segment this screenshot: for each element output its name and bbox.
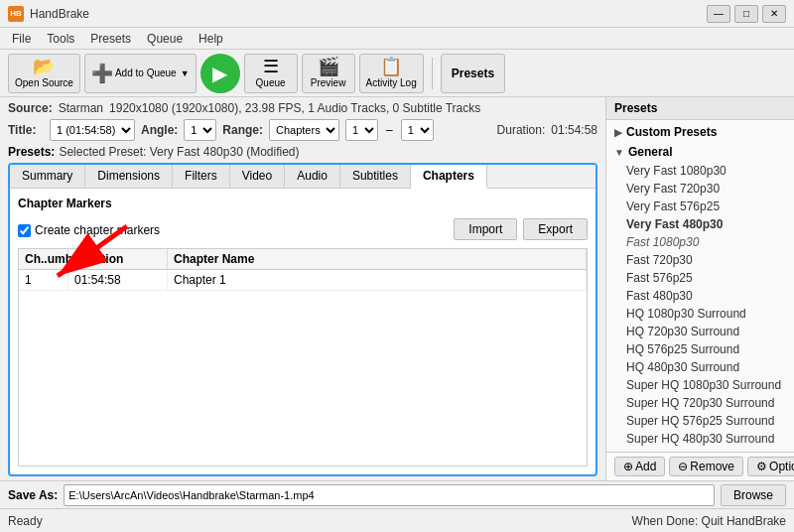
preview-button[interactable]: 🎬 Preview	[302, 54, 355, 93]
col-header-duration: Duration	[68, 249, 168, 269]
add-preset-label: Add	[635, 460, 656, 473]
app-title: HandBrake	[30, 7, 707, 21]
source-label: Source:	[8, 101, 53, 115]
create-chapter-markers-checkbox[interactable]	[18, 224, 31, 237]
options-icon: ⚙	[756, 460, 767, 473]
table-header: Ch..umber Duration Chapter Name	[19, 249, 587, 270]
preset-hq-576p25-surround[interactable]: HQ 576p25 Surround	[606, 340, 794, 358]
export-button[interactable]: Export	[523, 218, 588, 240]
tab-panel: Summary Dimensions Filters Video Audio S…	[8, 163, 597, 476]
general-presets-arrow: ▼	[614, 147, 624, 158]
presets-button[interactable]: Presets	[441, 54, 505, 93]
preview-label: Preview	[311, 77, 346, 88]
tab-chapters[interactable]: Chapters	[411, 165, 487, 189]
preset-hq-720p30-surround[interactable]: HQ 720p30 Surround	[606, 323, 794, 340]
options-preset-label: Options	[769, 460, 794, 473]
menu-queue[interactable]: Queue	[139, 30, 191, 48]
menu-help[interactable]: Help	[191, 30, 231, 48]
source-info: 1920x1080 (1920x1080), 23.98 FPS, 1 Audi…	[109, 101, 480, 115]
activity-log-label: Activity Log	[366, 77, 417, 88]
preset-group-custom-header[interactable]: ▶ Custom Presets	[606, 122, 794, 142]
preset-very-fast-480p30[interactable]: Very Fast 480p30	[606, 215, 794, 233]
maximize-button[interactable]: □	[734, 5, 758, 23]
preset-fast-576p25[interactable]: Fast 576p25	[606, 269, 794, 287]
angle-label: Angle:	[141, 123, 178, 137]
app-icon: HB	[8, 6, 24, 22]
tab-subtitles[interactable]: Subtitles	[340, 165, 411, 188]
remove-preset-label: Remove	[690, 460, 734, 473]
queue-button[interactable]: ☰ Queue	[244, 54, 298, 93]
tab-audio[interactable]: Audio	[285, 165, 340, 188]
queue-icon: ☰	[263, 58, 279, 75]
open-source-button[interactable]: 📂 Open Source	[8, 54, 80, 93]
title-label: Title:	[8, 123, 44, 137]
cell-name[interactable]	[168, 270, 587, 291]
preset-very-fast-1080p30[interactable]: Very Fast 1080p30	[606, 162, 794, 180]
angle-select[interactable]: 1	[184, 119, 216, 141]
tab-video[interactable]: Video	[230, 165, 285, 188]
chapter-markers-checkbox-row: Create chapter markers	[18, 223, 160, 237]
range-end-select[interactable]: 1	[401, 119, 434, 141]
window-controls: — □ ✕	[707, 5, 786, 23]
preset-fast-480p30[interactable]: Fast 480p30	[606, 287, 794, 305]
range-start-select[interactable]: 1	[345, 119, 378, 141]
presets-row-label: Presets:	[8, 145, 55, 159]
preset-superhq-576p25-surround[interactable]: Super HQ 576p25 Surround	[606, 412, 794, 430]
chapters-content-wrapper: Chapter Markers Create chapter markers I…	[18, 197, 588, 466]
add-preset-button[interactable]: ⊕ Add	[614, 457, 665, 476]
tab-bar: Summary Dimensions Filters Video Audio S…	[10, 165, 596, 189]
selected-preset-value: Selected Preset: Very Fast 480p30 (Modif…	[59, 145, 299, 159]
preset-very-fast-720p30[interactable]: Very Fast 720p30	[606, 180, 794, 198]
saveas-bar: Save As: Browse	[0, 480, 794, 508]
preset-superhq-720p30-surround[interactable]: Super HQ 720p30 Surround	[606, 394, 794, 412]
preset-very-fast-576p25[interactable]: Very Fast 576p25	[606, 198, 794, 215]
title-row: Title: 1 (01:54:58) Angle: 1 Range: Chap…	[8, 119, 597, 141]
remove-preset-button[interactable]: ⊖ Remove	[669, 457, 743, 476]
left-content: Source: Starman 1920x1080 (1920x1080), 2…	[0, 97, 605, 480]
cell-duration: 01:54:58	[68, 270, 168, 291]
add-to-queue-dropdown-arrow[interactable]: ▼	[181, 68, 190, 78]
preset-hq-480p30-surround[interactable]: HQ 480p30 Surround	[606, 358, 794, 376]
range-label: Range:	[222, 123, 263, 137]
activity-log-icon: 📋	[380, 58, 402, 75]
tab-filters[interactable]: Filters	[173, 165, 230, 188]
minimize-button[interactable]: —	[707, 5, 730, 23]
preset-group-custom: ▶ Custom Presets	[606, 122, 794, 142]
source-value: Starman	[59, 101, 103, 115]
open-source-icon: 📂	[33, 58, 55, 75]
preset-superhq-1080p30-surround[interactable]: Super HQ 1080p30 Surround	[606, 376, 794, 394]
queue-label: Queue	[256, 77, 286, 88]
browse-button[interactable]: Browse	[721, 484, 786, 506]
table-row: 1 01:54:58	[19, 270, 587, 291]
add-icon: ⊕	[623, 460, 633, 473]
start-encode-button[interactable]: ▶	[200, 54, 240, 93]
title-select[interactable]: 1 (01:54:58)	[50, 119, 135, 141]
open-source-label: Open Source	[15, 77, 73, 88]
preset-fast-720p30[interactable]: Fast 720p30	[606, 251, 794, 269]
preset-fast-1080p30[interactable]: Fast 1080p30	[606, 233, 794, 251]
activity-log-button[interactable]: 📋 Activity Log	[359, 54, 424, 93]
options-preset-button[interactable]: ⚙ Options	[747, 457, 794, 476]
menu-presets[interactable]: Presets	[82, 30, 139, 48]
tab-summary[interactable]: Summary	[10, 165, 85, 188]
preset-group-general-header[interactable]: ▼ General	[606, 142, 794, 162]
saveas-input[interactable]	[64, 484, 715, 506]
col-header-number: Ch..umber	[19, 249, 68, 269]
preset-hq-1080p30-surround[interactable]: HQ 1080p30 Surround	[606, 305, 794, 323]
when-done-label: When Done:	[632, 514, 699, 528]
menu-file[interactable]: File	[4, 30, 39, 48]
close-button[interactable]: ✕	[762, 5, 786, 23]
add-to-queue-button[interactable]: ➕ Add to Queue ▼	[84, 54, 197, 93]
chapter-name-input[interactable]	[174, 273, 580, 287]
col-header-name: Chapter Name	[168, 249, 587, 269]
import-button[interactable]: Import	[454, 218, 517, 240]
sidebar-header: Presets	[606, 97, 794, 120]
preset-superhq-480p30-surround[interactable]: Super HQ 480p30 Surround	[606, 430, 794, 448]
custom-presets-label: Custom Presets	[626, 125, 717, 139]
tab-dimensions[interactable]: Dimensions	[85, 165, 173, 188]
tab-content-chapters: Chapter Markers Create chapter markers I…	[10, 189, 596, 474]
statusbar: Ready When Done: Quit HandBrake	[0, 508, 794, 532]
menu-tools[interactable]: Tools	[39, 30, 82, 48]
range-type-select[interactable]: Chapters	[269, 119, 339, 141]
titlebar: HB HandBrake — □ ✕	[0, 0, 794, 28]
